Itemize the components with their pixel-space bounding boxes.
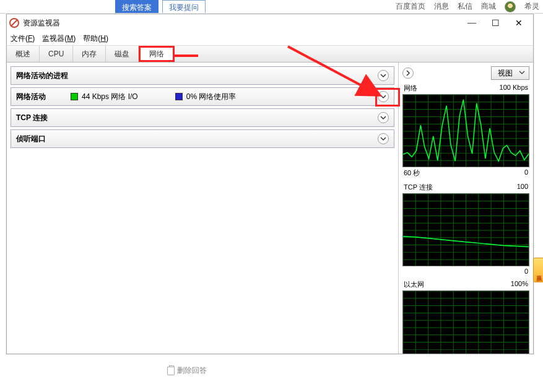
section-title: TCP 连接	[16, 113, 48, 123]
section-title: 侦听端口	[16, 134, 46, 144]
window-title: 资源监视器	[23, 18, 460, 28]
chevron-down-icon[interactable]	[378, 133, 389, 144]
avatar[interactable]	[505, 1, 516, 12]
delete-answer-label: 删除回答	[177, 365, 207, 376]
tab-memory[interactable]: 内存	[73, 46, 106, 62]
resource-monitor-window: 资源监视器 ― ☐ ✕ 文件(F) 监视器(M) 帮助(H) 概述 CPU 内存…	[6, 14, 534, 354]
menubar: 文件(F) 监视器(M) 帮助(H)	[7, 32, 533, 45]
graph-ethernet: 以太网 100% 0	[402, 280, 529, 354]
view-dropdown-label: 视图	[498, 68, 513, 79]
graph-title: 网络	[404, 84, 417, 93]
tab-overview[interactable]: 概述	[7, 46, 40, 62]
legend-io-text: 44 Kbps 网络 I/O	[82, 92, 138, 102]
tab-ask-question[interactable]: 我要提问	[162, 0, 206, 14]
app-icon	[9, 18, 19, 28]
section-title: 网络活动	[16, 92, 46, 102]
graph-foot-left: 60 秒	[404, 168, 420, 178]
tab-disk[interactable]: 磁盘	[106, 46, 139, 62]
trash-icon	[167, 367, 175, 375]
menu-monitor[interactable]: 监视器(M)	[42, 33, 76, 44]
main-panel: 网络活动的进程 网络活动 44 Kbps 网络 I/O 0% 网络使用率	[7, 63, 398, 354]
avatar-name: 希灵	[524, 1, 539, 12]
section-tcp-connections[interactable]: TCP 连接	[11, 108, 394, 127]
chevron-down-icon[interactable]	[378, 112, 389, 123]
chevron-down-icon[interactable]	[378, 70, 389, 81]
delete-answer-fragment[interactable]: 删除回答	[167, 365, 207, 376]
graph-max: 100 Kbps	[500, 84, 528, 93]
minimize-button[interactable]: ―	[460, 14, 484, 32]
graph-title: TCP 连接	[404, 183, 433, 192]
menu-help[interactable]: 帮助(H)	[83, 33, 108, 44]
section-listening-ports[interactable]: 侦听端口	[11, 129, 394, 148]
chevron-down-icon	[519, 69, 525, 77]
section-title: 网络活动的进程	[16, 71, 68, 81]
graph-max: 100	[517, 183, 528, 192]
legend-io-icon	[71, 93, 78, 100]
chevron-down-icon[interactable]	[378, 91, 389, 102]
link-mall[interactable]: 商城	[481, 1, 496, 12]
section-network-processes[interactable]: 网络活动的进程	[11, 66, 394, 85]
titlebar: 资源监视器 ― ☐ ✕	[7, 14, 533, 32]
graph-title: 以太网	[404, 280, 424, 289]
view-dropdown[interactable]: 视图	[491, 66, 529, 80]
chevron-right-icon[interactable]	[402, 68, 414, 79]
graph-max: 100%	[511, 280, 528, 289]
link-pm[interactable]: 私信	[458, 1, 472, 12]
maximize-button[interactable]: ☐	[484, 14, 507, 32]
graph-foot-right: 0	[524, 168, 528, 178]
graph-tcp: TCP 连接 100 0	[402, 183, 529, 275]
side-panel: 视图 网络 100 Kbps	[398, 63, 533, 354]
tab-cpu[interactable]: CPU	[40, 46, 73, 62]
tab-network[interactable]: 网络	[139, 46, 175, 62]
tab-search-answers[interactable]: 搜索答案	[115, 0, 159, 14]
graph-foot-right: 0	[524, 268, 528, 275]
menu-file[interactable]: 文件(F)	[11, 33, 35, 44]
section-network-activity[interactable]: 网络活动 44 Kbps 网络 I/O 0% 网络使用率	[11, 87, 394, 106]
browser-strip: 搜索答案 我要提问 百度首页 消息 私信 商城 希灵	[0, 0, 543, 14]
side-promo-tab[interactable]: 赢换	[533, 258, 543, 282]
legend-usage-icon	[175, 93, 183, 100]
close-button[interactable]: ✕	[507, 14, 531, 32]
link-baidu-home[interactable]: 百度首页	[396, 1, 425, 12]
legend-usage-text: 0% 网络使用率	[186, 92, 237, 102]
graph-network: 网络 100 Kbps 60 秒 0	[402, 84, 529, 178]
toolbar-tabs: 概述 CPU 内存 磁盘 网络	[7, 45, 533, 63]
link-messages[interactable]: 消息	[434, 1, 449, 12]
